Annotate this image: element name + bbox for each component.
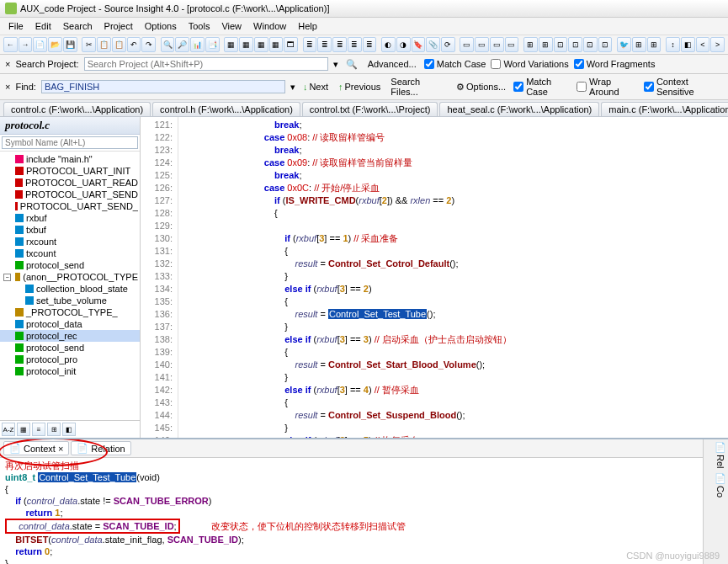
toolbar-button[interactable]: 🔎 [175,37,189,52]
toolbar-button[interactable]: ⊞ [539,37,553,52]
wrap-around-checkbox[interactable]: Wrap Around [577,77,639,97]
search-button[interactable]: 🔍 [343,59,360,70]
sidebar-view-button[interactable]: ▦ [17,423,30,436]
file-tab[interactable]: control.h (F:\work\...\Application) [152,102,300,116]
sidebar-view-button[interactable]: ◧ [62,423,76,436]
close-icon[interactable]: × [5,82,10,92]
toolbar-button[interactable]: ✂ [82,37,96,52]
menu-window[interactable]: Window [248,19,291,33]
toolbar-button[interactable]: 🔖 [412,37,426,52]
toolbar-button[interactable]: ⊞ [647,37,662,52]
toolbar-button[interactable]: 🔍 [161,37,175,52]
toolbar-button[interactable]: ⊡ [554,37,568,52]
menu-file[interactable]: File [3,19,29,33]
context-sensitive-checkbox[interactable]: Context Sensitive [644,77,723,97]
toolbar-button[interactable]: ▦ [239,37,253,52]
menu-search[interactable]: Search [58,19,98,33]
find-input[interactable] [41,80,285,93]
code-area[interactable]: break; case 0x08: // 读取留样管编号 break; case… [178,117,728,438]
toolbar-button[interactable]: 🐦 [617,37,631,52]
menu-help[interactable]: Help [293,19,322,33]
symbol-item[interactable]: −(anon__PROTOCOL_TYPE [0,271,140,283]
toolbar-button[interactable]: ▭ [505,37,519,52]
toolbar-button[interactable]: ◧ [681,37,695,52]
toolbar-button[interactable]: 📑 [205,37,220,52]
toolbar-button[interactable]: 📄 [33,37,47,52]
toolbar-button[interactable]: ▭ [490,37,504,52]
symbol-item[interactable]: _PROTOCOL_TYPE_ [0,306,140,318]
toolbar-button[interactable]: ▦ [269,37,284,52]
menu-tools[interactable]: Tools [183,19,215,33]
search-project-input[interactable] [84,57,328,71]
toolbar-button[interactable]: > [710,37,725,52]
toolbar-button[interactable]: ▭ [460,37,474,52]
sidebar-view-button[interactable]: ⊞ [47,423,61,436]
menu-edit[interactable]: Edit [30,19,56,33]
match-case-checkbox[interactable]: Match Case [424,59,486,69]
symbol-item[interactable]: PROTOCOL_UART_SEND_ [0,200,140,212]
symbol-item[interactable]: protocol_data [0,318,140,330]
search-files-button[interactable]: Search Files... [388,77,449,97]
symbol-item[interactable]: protocol_rec [0,330,140,342]
toolbar-button[interactable]: 📎 [426,37,440,52]
menu-project[interactable]: Project [99,19,138,33]
file-tab[interactable]: heat_seal.c (F:\work\...\Application) [439,102,599,116]
dropdown-icon[interactable]: ▾ [333,59,338,70]
context-code[interactable]: 再次启动试管扫描uint8_t Control_Set_Test_Tube(vo… [0,458,703,564]
toolbar-button[interactable]: ⊞ [523,37,538,52]
context-tab[interactable]: 📄Context× [3,441,69,455]
toolbar-button[interactable]: ▦ [224,37,238,52]
word-variations-checkbox[interactable]: Word Variations [491,59,568,69]
symbol-item[interactable]: PROTOCOL_UART_SEND [0,189,140,200]
toolbar-button[interactable]: ▦ [254,37,268,52]
toolbar-button[interactable]: ↷ [141,37,156,52]
previous-button[interactable]: ↑Previous [336,82,383,92]
toolbar-button[interactable]: ← [3,37,18,52]
symbol-item[interactable]: txbuf [0,224,140,236]
symbol-tree[interactable]: include "main.h"PROTOCOL_UART_INITPROTOC… [0,152,140,420]
symbol-item[interactable]: protocol_init [0,365,140,377]
toolbar-button[interactable]: ≣ [332,37,347,52]
toolbar-button[interactable]: ◐ [381,37,396,52]
toolbar-button[interactable]: ≣ [363,37,377,52]
file-tab[interactable]: main.c (F:\work\...\Application) [601,102,728,116]
symbol-item[interactable]: rxcount [0,236,140,247]
side-tab[interactable]: 📄 Co [705,472,726,497]
file-tab[interactable]: control.txt (F:\work\...\Project) [302,102,438,116]
symbol-item[interactable]: include "main.h" [0,153,140,165]
toolbar-button[interactable]: ⟳ [441,37,455,52]
toolbar-button[interactable]: ≣ [303,37,317,52]
toolbar-button[interactable]: 📂 [48,37,62,52]
sidebar-view-button[interactable]: ≡ [32,423,45,436]
symbol-search-input[interactable] [2,136,138,149]
context-side-tabs[interactable]: 📄 Rel📄 Co [703,439,728,564]
toolbar-button[interactable]: ⊞ [632,37,646,52]
symbol-item[interactable]: collection_blood_state [0,283,140,295]
toolbar-button[interactable]: 📊 [190,37,205,52]
toolbar-button[interactable]: → [19,37,33,52]
close-icon[interactable]: × [5,59,10,69]
symbol-item[interactable]: rxbuf [0,212,140,224]
toolbar-button[interactable]: ⊡ [583,37,598,52]
toolbar-button[interactable]: 📋 [112,37,126,52]
side-tab[interactable]: 📄 Rel [705,441,726,469]
context-tab[interactable]: 📄Relation [71,441,130,455]
toolbar-button[interactable]: ◑ [396,37,411,52]
toolbar-button[interactable]: ≣ [317,37,332,52]
symbol-item[interactable]: protocol_pro [0,354,140,365]
toolbar-button[interactable]: ⊡ [598,37,613,52]
toolbar-button[interactable]: 📋 [97,37,111,52]
symbol-item[interactable]: txcount [0,247,140,259]
toolbar-button[interactable]: ↕ [666,37,680,52]
options-button[interactable]: ⚙Options... [454,82,508,93]
toolbar-button[interactable]: ▭ [475,37,489,52]
file-tab[interactable]: control.c (F:\work\...\Application) [3,102,151,116]
expand-icon[interactable]: − [3,274,11,281]
menu-options[interactable]: Options [140,19,182,33]
toolbar-button[interactable]: ⊡ [568,37,582,52]
sidebar-view-button[interactable]: A-Z [2,423,15,436]
word-fragments-checkbox[interactable]: Word Fragments [574,59,656,69]
code-editor[interactable]: 121:122:123:124:125:126:127:128:129:130:… [141,117,728,438]
toolbar-button[interactable]: ≣ [348,37,362,52]
symbol-item[interactable]: protocol_send [0,259,140,271]
